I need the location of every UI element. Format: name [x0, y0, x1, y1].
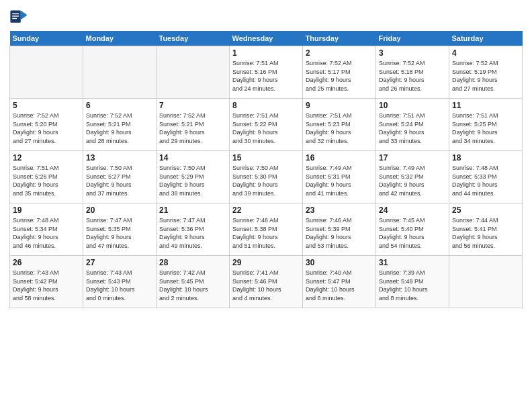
- calendar-week-row: 19Sunrise: 7:48 AM Sunset: 5:34 PM Dayli…: [10, 203, 523, 256]
- day-number: 16: [306, 153, 373, 163]
- day-number: 29: [232, 258, 300, 267]
- calendar-cell: 16Sunrise: 7:49 AM Sunset: 5:31 PM Dayli…: [303, 151, 376, 203]
- svg-rect-3: [12, 15, 19, 16]
- calendar-cell: 7Sunrise: 7:52 AM Sunset: 5:21 PM Daylig…: [157, 99, 230, 151]
- header-row: SundayMondayTuesdayWednesdayThursdayFrid…: [10, 31, 523, 46]
- day-number: 2: [306, 48, 373, 58]
- calendar-cell: 4Sunrise: 7:52 AM Sunset: 5:19 PM Daylig…: [449, 46, 523, 99]
- calendar-cell: 9Sunrise: 7:51 AM Sunset: 5:23 PM Daylig…: [303, 99, 376, 151]
- day-info: Sunrise: 7:52 AM Sunset: 5:19 PM Dayligh…: [452, 59, 519, 93]
- header-day: Saturday: [449, 31, 523, 46]
- day-number: 19: [13, 205, 80, 215]
- day-number: 10: [379, 101, 446, 110]
- calendar-cell: 10Sunrise: 7:51 AM Sunset: 5:24 PM Dayli…: [376, 99, 449, 151]
- day-number: 11: [452, 101, 519, 110]
- day-info: Sunrise: 7:52 AM Sunset: 5:21 PM Dayligh…: [159, 111, 226, 145]
- calendar-cell: 13Sunrise: 7:50 AM Sunset: 5:27 PM Dayli…: [83, 151, 157, 203]
- day-number: 1: [232, 48, 300, 58]
- header-day: Friday: [376, 31, 449, 46]
- day-number: 3: [379, 48, 446, 58]
- day-info: Sunrise: 7:50 AM Sunset: 5:30 PM Dayligh…: [232, 164, 300, 197]
- header: [9, 7, 523, 26]
- day-number: 23: [306, 205, 373, 215]
- calendar-week-row: 1Sunrise: 7:51 AM Sunset: 5:16 PM Daylig…: [10, 46, 523, 99]
- day-info: Sunrise: 7:52 AM Sunset: 5:17 PM Dayligh…: [306, 59, 373, 93]
- calendar-cell: 14Sunrise: 7:50 AM Sunset: 5:29 PM Dayli…: [157, 151, 230, 203]
- day-number: 21: [159, 205, 226, 215]
- calendar-table: SundayMondayTuesdayWednesdayThursdayFrid…: [9, 31, 523, 308]
- day-number: 14: [159, 153, 226, 163]
- calendar-cell: 24Sunrise: 7:45 AM Sunset: 5:40 PM Dayli…: [376, 203, 449, 256]
- calendar-body: 1Sunrise: 7:51 AM Sunset: 5:16 PM Daylig…: [10, 46, 523, 308]
- logo-icon: [9, 7, 28, 26]
- calendar-cell: 21Sunrise: 7:47 AM Sunset: 5:36 PM Dayli…: [157, 203, 230, 256]
- day-info: Sunrise: 7:52 AM Sunset: 5:21 PM Dayligh…: [86, 111, 153, 145]
- calendar-cell: 2Sunrise: 7:52 AM Sunset: 5:17 PM Daylig…: [303, 46, 376, 99]
- day-info: Sunrise: 7:46 AM Sunset: 5:39 PM Dayligh…: [306, 216, 373, 250]
- day-info: Sunrise: 7:47 AM Sunset: 5:35 PM Dayligh…: [86, 216, 153, 250]
- calendar-cell: 5Sunrise: 7:52 AM Sunset: 5:20 PM Daylig…: [10, 99, 83, 151]
- day-number: 25: [452, 205, 519, 215]
- header-day: Thursday: [303, 31, 376, 46]
- calendar-cell: [449, 256, 523, 308]
- day-info: Sunrise: 7:51 AM Sunset: 5:25 PM Dayligh…: [452, 111, 519, 145]
- day-info: Sunrise: 7:41 AM Sunset: 5:46 PM Dayligh…: [232, 269, 300, 302]
- header-day: Wednesday: [230, 31, 303, 46]
- calendar-header: SundayMondayTuesdayWednesdayThursdayFrid…: [10, 31, 523, 46]
- day-number: 24: [379, 205, 446, 215]
- day-info: Sunrise: 7:51 AM Sunset: 5:24 PM Dayligh…: [379, 111, 446, 145]
- day-number: 12: [13, 153, 80, 163]
- logo: [9, 7, 30, 26]
- calendar-cell: 15Sunrise: 7:50 AM Sunset: 5:30 PM Dayli…: [230, 151, 303, 203]
- calendar-cell: 12Sunrise: 7:51 AM Sunset: 5:26 PM Dayli…: [10, 151, 83, 203]
- header-day: Sunday: [10, 31, 83, 46]
- calendar-cell: 28Sunrise: 7:42 AM Sunset: 5:45 PM Dayli…: [157, 256, 230, 308]
- calendar-cell: 27Sunrise: 7:43 AM Sunset: 5:43 PM Dayli…: [83, 256, 157, 308]
- day-number: 31: [379, 258, 446, 267]
- day-info: Sunrise: 7:46 AM Sunset: 5:38 PM Dayligh…: [232, 216, 300, 250]
- day-info: Sunrise: 7:47 AM Sunset: 5:36 PM Dayligh…: [159, 216, 226, 250]
- day-number: 7: [159, 101, 226, 110]
- calendar-cell: 18Sunrise: 7:48 AM Sunset: 5:33 PM Dayli…: [449, 151, 523, 203]
- calendar-cell: 17Sunrise: 7:49 AM Sunset: 5:32 PM Dayli…: [376, 151, 449, 203]
- day-number: 27: [86, 258, 153, 267]
- day-info: Sunrise: 7:51 AM Sunset: 5:22 PM Dayligh…: [232, 111, 300, 145]
- day-info: Sunrise: 7:51 AM Sunset: 5:16 PM Dayligh…: [232, 59, 300, 93]
- calendar-week-row: 5Sunrise: 7:52 AM Sunset: 5:20 PM Daylig…: [10, 99, 523, 151]
- header-day: Monday: [83, 31, 157, 46]
- calendar-cell: 19Sunrise: 7:48 AM Sunset: 5:34 PM Dayli…: [10, 203, 83, 256]
- day-info: Sunrise: 7:51 AM Sunset: 5:23 PM Dayligh…: [306, 111, 373, 145]
- day-info: Sunrise: 7:49 AM Sunset: 5:31 PM Dayligh…: [306, 164, 373, 197]
- day-number: 9: [306, 101, 373, 110]
- calendar-cell: 3Sunrise: 7:52 AM Sunset: 5:18 PM Daylig…: [376, 46, 449, 99]
- svg-rect-4: [12, 18, 17, 19]
- day-number: 4: [452, 48, 519, 58]
- day-info: Sunrise: 7:43 AM Sunset: 5:43 PM Dayligh…: [86, 269, 153, 302]
- calendar-week-row: 12Sunrise: 7:51 AM Sunset: 5:26 PM Dayli…: [10, 151, 523, 203]
- day-number: 26: [13, 258, 80, 267]
- day-info: Sunrise: 7:52 AM Sunset: 5:18 PM Dayligh…: [379, 59, 446, 93]
- calendar-cell: [157, 46, 230, 99]
- day-info: Sunrise: 7:52 AM Sunset: 5:20 PM Dayligh…: [13, 111, 80, 145]
- day-number: 28: [159, 258, 226, 267]
- calendar-cell: 22Sunrise: 7:46 AM Sunset: 5:38 PM Dayli…: [230, 203, 303, 256]
- calendar-cell: 20Sunrise: 7:47 AM Sunset: 5:35 PM Dayli…: [83, 203, 157, 256]
- day-number: 8: [232, 101, 300, 110]
- svg-rect-2: [12, 13, 19, 14]
- calendar-week-row: 26Sunrise: 7:43 AM Sunset: 5:42 PM Dayli…: [10, 256, 523, 308]
- day-info: Sunrise: 7:49 AM Sunset: 5:32 PM Dayligh…: [379, 164, 446, 197]
- day-info: Sunrise: 7:42 AM Sunset: 5:45 PM Dayligh…: [159, 269, 226, 302]
- day-info: Sunrise: 7:50 AM Sunset: 5:29 PM Dayligh…: [159, 164, 226, 197]
- calendar-cell: 6Sunrise: 7:52 AM Sunset: 5:21 PM Daylig…: [83, 99, 157, 151]
- day-number: 20: [86, 205, 153, 215]
- day-info: Sunrise: 7:45 AM Sunset: 5:40 PM Dayligh…: [379, 216, 446, 250]
- day-info: Sunrise: 7:43 AM Sunset: 5:42 PM Dayligh…: [13, 269, 80, 302]
- day-info: Sunrise: 7:44 AM Sunset: 5:41 PM Dayligh…: [452, 216, 519, 250]
- day-number: 15: [232, 153, 300, 163]
- calendar-cell: [10, 46, 83, 99]
- day-number: 30: [306, 258, 373, 267]
- day-number: 6: [86, 101, 153, 110]
- calendar-cell: 26Sunrise: 7:43 AM Sunset: 5:42 PM Dayli…: [10, 256, 83, 308]
- day-info: Sunrise: 7:50 AM Sunset: 5:27 PM Dayligh…: [86, 164, 153, 197]
- calendar-cell: 8Sunrise: 7:51 AM Sunset: 5:22 PM Daylig…: [230, 99, 303, 151]
